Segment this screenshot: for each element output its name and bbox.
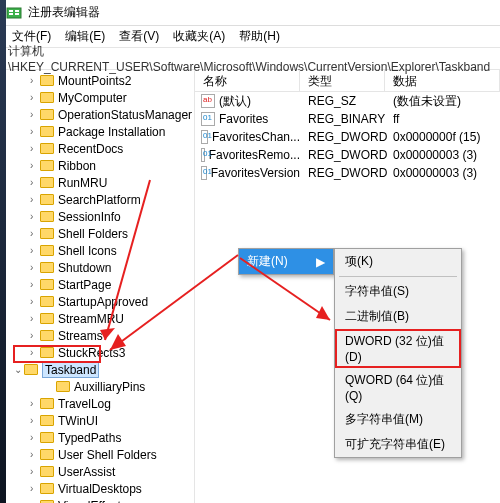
- menu-item-qword[interactable]: QWORD (64 位)值(Q): [335, 368, 461, 407]
- folder-icon: [40, 126, 54, 137]
- list-header: 名称 类型 数据: [195, 70, 500, 92]
- tree-item[interactable]: AuxilliaryPins: [0, 378, 194, 395]
- tree-item[interactable]: ›RunMRU: [0, 174, 194, 191]
- folder-icon: [40, 415, 54, 426]
- tree-item[interactable]: ›User Shell Folders: [0, 446, 194, 463]
- folder-icon: [40, 449, 54, 460]
- menu-item-new[interactable]: 新建(N) ▶: [239, 249, 333, 274]
- menu-item-multi[interactable]: 多字符串值(M): [335, 407, 461, 432]
- window-title: 注册表编辑器: [28, 4, 100, 21]
- menu-item-dword[interactable]: DWORD (32 位)值(D): [335, 329, 461, 368]
- tree-item[interactable]: ›Ribbon: [0, 157, 194, 174]
- tree-item[interactable]: ›TravelLog: [0, 395, 194, 412]
- tree-item[interactable]: ›StartupApproved: [0, 293, 194, 310]
- binary-icon: [201, 148, 205, 162]
- tree-item[interactable]: ›StreamMRU: [0, 310, 194, 327]
- folder-icon: [40, 398, 54, 409]
- folder-icon: [40, 228, 54, 239]
- folder-icon: [56, 381, 70, 392]
- binary-icon: [201, 166, 207, 180]
- tree-item[interactable]: ›VirtualDesktops: [0, 480, 194, 497]
- folder-icon: [40, 330, 54, 341]
- list-row[interactable]: (默认)REG_SZ(数值未设置): [195, 92, 500, 110]
- menu-item-string[interactable]: 字符串值(S): [335, 279, 461, 304]
- col-data[interactable]: 数据: [385, 70, 500, 91]
- tree-item[interactable]: ›Shell Icons: [0, 242, 194, 259]
- folder-icon: [40, 279, 54, 290]
- regedit-icon: [6, 5, 22, 21]
- list-row[interactable]: FavoritesRemo...REG_DWORD0x00000003 (3): [195, 146, 500, 164]
- tree-item[interactable]: ›TWinUI: [0, 412, 194, 429]
- tree-item[interactable]: ›TypedPaths: [0, 429, 194, 446]
- menu-item-binary[interactable]: 二进制值(B): [335, 304, 461, 329]
- list-row[interactable]: FavoritesREG_BINARYff: [195, 110, 500, 128]
- context-menu-new[interactable]: 新建(N) ▶: [238, 248, 334, 275]
- folder-icon: [40, 177, 54, 188]
- folder-icon: [40, 313, 54, 324]
- folder-icon: [40, 75, 54, 86]
- list-row[interactable]: FavoritesVersionREG_DWORD0x00000003 (3): [195, 164, 500, 182]
- tree-view[interactable]: ›MountPoints2›MyComputer›OperationStatus…: [0, 70, 195, 503]
- svg-rect-2: [9, 13, 13, 15]
- tree-item[interactable]: ⌄Taskband: [0, 361, 194, 378]
- tree-item[interactable]: ›RecentDocs: [0, 140, 194, 157]
- folder-icon: [40, 211, 54, 222]
- chevron-right-icon: ▶: [316, 255, 325, 269]
- tree-item[interactable]: ›Streams: [0, 327, 194, 344]
- menu-separator: [339, 276, 457, 277]
- folder-icon: [40, 245, 54, 256]
- folder-icon: [40, 466, 54, 477]
- path-bar[interactable]: 计算机\HKEY_CURRENT_USER\Software\Microsoft…: [0, 48, 500, 70]
- folder-icon: [40, 347, 54, 358]
- folder-icon: [40, 262, 54, 273]
- tree-item[interactable]: ›SessionInfo: [0, 208, 194, 225]
- svg-rect-4: [15, 13, 19, 15]
- context-submenu-new[interactable]: 项(K) 字符串值(S) 二进制值(B) DWORD (32 位)值(D) QW…: [334, 248, 462, 458]
- folder-icon: [40, 160, 54, 171]
- svg-rect-3: [15, 10, 19, 12]
- binary-icon: [201, 130, 208, 144]
- tree-item[interactable]: ›MyComputer: [0, 89, 194, 106]
- folder-icon: [40, 296, 54, 307]
- binary-icon: [201, 112, 215, 126]
- svg-rect-1: [9, 10, 13, 12]
- menu-item-expand[interactable]: 可扩充字符串值(E): [335, 432, 461, 457]
- tree-item[interactable]: ›OperationStatusManager: [0, 106, 194, 123]
- folder-icon: [40, 109, 54, 120]
- folder-icon: [40, 194, 54, 205]
- string-icon: [201, 94, 215, 108]
- tree-item[interactable]: ›Shutdown: [0, 259, 194, 276]
- folder-icon: [40, 92, 54, 103]
- tree-item[interactable]: ›StartPage: [0, 276, 194, 293]
- menu-item-key[interactable]: 项(K): [335, 249, 461, 274]
- folder-icon: [40, 143, 54, 154]
- tree-item[interactable]: ›Shell Folders: [0, 225, 194, 242]
- tree-item[interactable]: ›UserAssist: [0, 463, 194, 480]
- folder-icon: [40, 432, 54, 443]
- titlebar: 注册表编辑器: [0, 0, 500, 26]
- col-type[interactable]: 类型: [300, 70, 385, 91]
- col-name[interactable]: 名称: [195, 70, 300, 91]
- tree-item[interactable]: ›StuckRects3: [0, 344, 194, 361]
- tree-item[interactable]: ›Package Installation: [0, 123, 194, 140]
- tree-item[interactable]: ›SearchPlatform: [0, 191, 194, 208]
- list-row[interactable]: FavoritesChan...REG_DWORD0x0000000f (15): [195, 128, 500, 146]
- folder-icon: [40, 483, 54, 494]
- folder-icon: [24, 364, 38, 375]
- tree-item[interactable]: ›VisualEffects: [0, 497, 194, 503]
- tree-item[interactable]: ›MountPoints2: [0, 72, 194, 89]
